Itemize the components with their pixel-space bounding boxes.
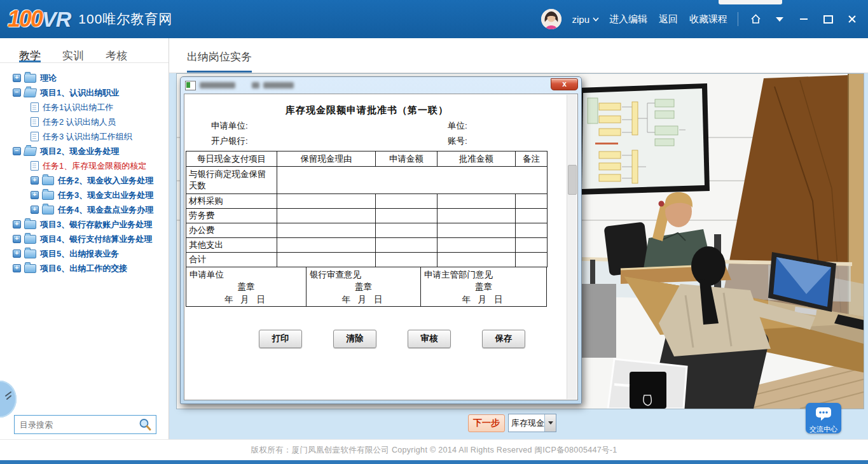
table-cell-empty[interactable] bbox=[437, 253, 516, 267]
header-menu-item-1[interactable]: 进入编辑 bbox=[609, 13, 647, 25]
table-cell-empty[interactable] bbox=[376, 223, 437, 238]
tree-item-14[interactable]: +项目6、出纳工作的交接 bbox=[0, 261, 169, 276]
dropdown-menu-button[interactable] bbox=[773, 12, 787, 26]
tree-item-label: 项目6、出纳工作的交接 bbox=[40, 263, 127, 274]
table-cell-empty[interactable] bbox=[437, 209, 516, 223]
chat-center-button[interactable]: 交流中心 bbox=[806, 403, 841, 433]
dialog-scrollbar[interactable] bbox=[567, 95, 577, 399]
user-avatar[interactable] bbox=[541, 9, 561, 29]
folder-icon bbox=[24, 147, 37, 156]
collapse-arrows-icon bbox=[4, 391, 13, 405]
tree-item-3[interactable]: 任务1认识出纳工作 bbox=[0, 100, 169, 115]
scrollbar-thumb[interactable] bbox=[568, 165, 577, 195]
home-button[interactable] bbox=[748, 12, 762, 26]
maximize-button[interactable] bbox=[821, 12, 835, 26]
print-button[interactable]: 打印 bbox=[259, 330, 302, 348]
tree-item-13[interactable]: +项目5、出纳报表业务 bbox=[0, 246, 169, 261]
tree-item-4[interactable]: 任务2 认识出纳人员 bbox=[0, 115, 169, 129]
close-window-button[interactable] bbox=[845, 12, 859, 26]
tab-course[interactable]: 出纳岗位实务 bbox=[187, 50, 252, 73]
table-cell-empty[interactable] bbox=[277, 194, 376, 209]
expand-toggle-icon[interactable]: + bbox=[13, 74, 21, 82]
expand-toggle-icon[interactable]: + bbox=[31, 176, 39, 185]
table-cell-empty[interactable] bbox=[516, 238, 548, 253]
dialog-title-blurred-text bbox=[263, 82, 294, 88]
header-menu-item-2[interactable]: 返回 bbox=[659, 13, 678, 25]
expand-toggle-icon[interactable]: + bbox=[31, 191, 39, 199]
site-logo[interactable]: 100 VR bbox=[8, 6, 71, 32]
sidebar-tab-2[interactable]: 实训 bbox=[62, 48, 84, 62]
clear-button[interactable]: 清除 bbox=[333, 330, 376, 348]
cash-limit-form: 库存现金限额申请批准书（第一联） 申请单位: 单位: 开户银行: 账号: 每日现… bbox=[186, 94, 548, 348]
table-cell-empty[interactable] bbox=[376, 209, 437, 223]
document-icon bbox=[31, 132, 39, 141]
select-arrow-icon[interactable] bbox=[544, 414, 556, 432]
tree-item-7[interactable]: 任务1、库存现金限额的核定 bbox=[0, 158, 169, 173]
bank-label: 开户银行: bbox=[211, 136, 248, 147]
audit-button[interactable]: 审核 bbox=[408, 330, 451, 348]
tree-item-6[interactable]: −项目2、现金业务处理 bbox=[0, 144, 169, 158]
signoff-title: 银行审查意见 bbox=[310, 269, 361, 281]
tree-item-1[interactable]: +理论 bbox=[0, 71, 169, 85]
document-icon bbox=[31, 102, 39, 112]
tree-item-9[interactable]: +任务3、现金支出业务处理 bbox=[0, 188, 169, 202]
tree-item-8[interactable]: +任务2、现金收入业务处理 bbox=[0, 173, 169, 188]
table-cell-empty[interactable] bbox=[437, 223, 516, 238]
sidebar-tab-3[interactable]: 考核 bbox=[106, 48, 127, 62]
table-cell-empty[interactable] bbox=[516, 194, 548, 209]
table-cell-empty[interactable] bbox=[277, 167, 548, 194]
table-cell-empty[interactable] bbox=[437, 194, 516, 209]
table-cell-empty[interactable] bbox=[437, 238, 516, 253]
tree-item-11[interactable]: +项目3、银行存款账户业务处理 bbox=[0, 217, 169, 232]
header-menu-item-3[interactable]: 收藏课程 bbox=[689, 13, 727, 25]
date-label: 年 月 日 bbox=[307, 294, 420, 306]
document-icon bbox=[31, 117, 39, 127]
table-header-1: 每日现金支付项目 bbox=[186, 151, 277, 167]
table-header-4: 批准金额 bbox=[437, 151, 516, 167]
username: zipu bbox=[572, 14, 589, 25]
table-cell-empty[interactable] bbox=[277, 238, 376, 253]
table-cell-empty[interactable] bbox=[376, 194, 437, 209]
save-button[interactable]: 保存 bbox=[482, 330, 525, 348]
user-menu[interactable]: zipu bbox=[572, 14, 599, 25]
table-cell-empty[interactable] bbox=[277, 209, 376, 223]
search-input[interactable] bbox=[15, 420, 138, 430]
expand-toggle-icon[interactable]: + bbox=[13, 235, 21, 243]
table-cell-empty[interactable] bbox=[516, 223, 548, 238]
flowchart-screen bbox=[577, 83, 710, 195]
table-header-3: 申请金额 bbox=[376, 151, 437, 167]
tree-item-5[interactable]: 任务3 认识出纳工作组织 bbox=[0, 129, 169, 144]
dialog-content-panel: 库存现金限额申请批准书（第一联） 申请单位: 单位: 开户银行: 账号: 每日现… bbox=[184, 94, 578, 400]
signoff-cell-bank-review: 银行审查意见盖章年 月 日 bbox=[307, 267, 421, 307]
collapse-toggle-icon[interactable]: − bbox=[13, 147, 21, 155]
table-cell-empty[interactable] bbox=[516, 253, 548, 267]
course-tabstrip: 出纳岗位实务 bbox=[169, 38, 868, 73]
expand-toggle-icon[interactable]: + bbox=[13, 264, 21, 272]
tree-item-2[interactable]: −项目1、认识出纳职业 bbox=[0, 85, 169, 100]
table-cell-empty[interactable] bbox=[376, 238, 437, 253]
tree-item-label: 任务2 认识出纳人员 bbox=[43, 116, 116, 128]
expand-toggle-icon[interactable]: + bbox=[13, 250, 21, 258]
tree-item-10[interactable]: +任务4、现金盘点业务办理 bbox=[0, 202, 169, 217]
tree-item-12[interactable]: +项目4、银行支付结算业务处理 bbox=[0, 232, 169, 246]
signoff-title: 申请主管部门意见 bbox=[424, 269, 493, 281]
dialog-titlebar[interactable]: x bbox=[181, 77, 581, 94]
collapse-toggle-icon[interactable]: − bbox=[13, 88, 21, 97]
table-cell-empty[interactable] bbox=[277, 253, 376, 267]
expand-toggle-icon[interactable]: + bbox=[13, 220, 21, 228]
next-step-button[interactable]: 下一步 bbox=[468, 414, 505, 432]
search-icon[interactable] bbox=[138, 418, 152, 432]
row-label: 合计 bbox=[186, 253, 277, 267]
minimize-button[interactable] bbox=[797, 12, 811, 26]
table-cell-empty[interactable] bbox=[516, 209, 548, 223]
table-row-4: 办公费 bbox=[186, 223, 548, 238]
dialog-close-button[interactable]: x bbox=[551, 78, 578, 90]
section-select[interactable]: 库存现金[ bbox=[508, 414, 556, 432]
sidebar-collapse-handle[interactable] bbox=[0, 381, 17, 418]
table-cell-empty[interactable] bbox=[376, 253, 437, 267]
sidebar-tab-1[interactable]: 教学 bbox=[19, 48, 41, 62]
table-cell-empty[interactable] bbox=[277, 223, 376, 238]
bottom-edge-bar bbox=[0, 460, 868, 464]
expand-toggle-icon[interactable]: + bbox=[31, 206, 39, 214]
course-sidebar: 教学实训考核 +理论−项目1、认识出纳职业任务1认识出纳工作任务2 认识出纳人员… bbox=[0, 38, 169, 439]
